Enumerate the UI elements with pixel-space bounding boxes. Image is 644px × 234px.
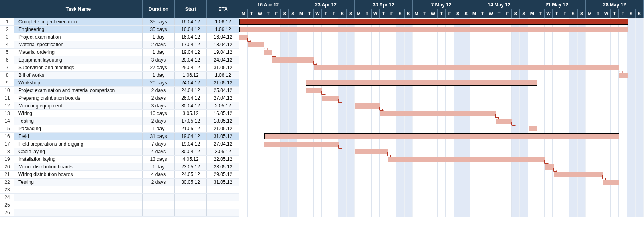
table-row[interactable]: 6Equipment layouting3 days20.04.1224.04.… [0,56,239,64]
cell-start[interactable]: 1.06.12 [175,72,207,79]
cell-start[interactable]: 24.04.12 [175,87,207,94]
cell-duration[interactable] [143,201,175,209]
cell-duration[interactable]: 20 days [143,79,175,86]
cell-duration[interactable]: 1 day [143,72,175,79]
task-bar[interactable] [603,180,619,185]
header-task-name[interactable]: Task Name [14,0,143,18]
cell-task-name[interactable]: Workshop [14,79,143,86]
task-bar[interactable] [496,119,512,124]
cell-eta[interactable]: 1.06.12 [207,26,239,33]
cell-eta[interactable]: 29.05.12 [207,171,239,178]
task-bar[interactable] [264,142,339,147]
cell-start[interactable]: 24.04.12 [175,79,207,86]
task-bar[interactable] [322,96,339,101]
task-bar[interactable] [355,103,380,109]
cell-eta[interactable]: 1.06.12 [207,72,239,79]
group-bar[interactable] [239,27,628,32]
table-row[interactable]: 22Testing2 days30.05.1231.05.12 [0,179,239,186]
cell-duration[interactable]: 4 days [143,171,175,178]
table-row[interactable]: 11Preparing distribution boards2 days26.… [0,94,239,102]
cell-task-name[interactable] [14,186,143,193]
table-row[interactable]: 23 [0,186,239,194]
table-row[interactable]: 14Testing2 days17.05.1218.05.12 [0,117,239,125]
cell-task-name[interactable] [14,201,143,209]
cell-task-name[interactable]: Engineering [14,26,143,33]
cell-start[interactable]: 17.04.12 [175,41,207,48]
table-row[interactable]: 25 [0,201,239,209]
cell-start[interactable]: 17.05.12 [175,117,207,125]
cell-start[interactable] [175,201,207,209]
table-row[interactable]: 1Complete project execution35 days16.04.… [0,18,239,26]
table-row[interactable]: 7Supervision and meetings27 days25.04.12… [0,64,239,72]
cell-eta[interactable]: 31.05.12 [207,179,239,186]
cell-eta[interactable] [207,209,239,216]
cell-duration[interactable]: 2 days [143,179,175,186]
cell-start[interactable]: 16.04.12 [175,18,207,25]
cell-duration[interactable]: 7 days [143,140,175,148]
table-row[interactable]: 20Mount distribution boards1 day23.05.12… [0,163,239,171]
task-bar[interactable] [264,50,273,55]
cell-eta[interactable]: 27.04.12 [207,140,239,148]
task-bar[interactable] [355,149,388,154]
cell-duration[interactable]: 1 day [143,33,175,41]
summary-bar[interactable] [239,19,628,25]
cell-duration[interactable]: 13 days [143,156,175,163]
cell-duration[interactable]: 2 days [143,94,175,102]
task-bar[interactable] [248,42,264,47]
cell-start[interactable]: 26.04.12 [175,94,207,102]
cell-eta[interactable] [207,201,239,209]
cell-duration[interactable]: 35 days [143,26,175,33]
cell-eta[interactable]: 27.04.12 [207,94,239,102]
cell-eta[interactable]: 19.04.12 [207,49,239,56]
table-row[interactable]: 13Wiring10 days3.05.1216.05.12 [0,110,239,117]
cell-task-name[interactable]: Project examination [14,33,143,41]
cell-duration[interactable]: 35 days [143,18,175,25]
cell-start[interactable]: 23.05.12 [175,163,207,170]
cell-duration[interactable]: 3 days [143,56,175,64]
cell-task-name[interactable]: Material specification [14,41,143,48]
task-bar[interactable] [388,157,545,162]
table-row[interactable]: 16Field31 days19.04.1231.05.12 [0,133,239,140]
cell-duration[interactable] [143,194,175,201]
group-bar[interactable] [306,80,537,86]
cell-eta[interactable]: 3.05.12 [207,148,239,155]
cell-start[interactable]: 30.05.12 [175,179,207,186]
cell-start[interactable]: 3.05.12 [175,110,207,117]
cell-task-name[interactable]: Project examination and material compari… [14,87,143,94]
cell-task-name[interactable]: Wiring [14,110,143,117]
table-row[interactable]: 12Mounting equipment3 days30.04.122.05.1… [0,102,239,110]
cell-eta[interactable]: 31.05.12 [207,133,239,140]
cell-start[interactable]: 30.04.12 [175,102,207,109]
cell-start[interactable]: 25.04.12 [175,64,207,71]
header-duration[interactable]: Duration [143,0,175,18]
cell-duration[interactable]: 1 day [143,49,175,56]
cell-task-name[interactable]: Supervision and meetings [14,64,143,71]
cell-start[interactable]: 19.04.12 [175,49,207,56]
cell-task-name[interactable]: Mount distribution boards [14,163,143,170]
cell-duration[interactable] [143,186,175,193]
cell-task-name[interactable]: Bill of works [14,72,143,79]
cell-task-name[interactable]: Packaging [14,125,143,132]
cell-task-name[interactable]: Cable laying [14,148,143,155]
cell-eta[interactable]: 25.04.12 [207,87,239,94]
cell-task-name[interactable]: Material ordering [14,49,143,56]
cell-start[interactable]: 16.04.12 [175,26,207,33]
cell-eta[interactable]: 21.05.12 [207,79,239,86]
cell-eta[interactable]: 16.04.12 [207,33,239,41]
cell-eta[interactable]: 21.05.12 [207,125,239,132]
task-bar[interactable] [306,88,322,93]
cell-task-name[interactable]: Mounting equipment [14,102,143,109]
cell-start[interactable]: 30.04.12 [175,148,207,155]
cell-task-name[interactable]: Field preparations and digging [14,140,143,148]
cell-eta[interactable] [207,194,239,201]
table-row[interactable]: 2Engineering35 days16.04.121.06.12 [0,26,239,33]
task-bar[interactable] [529,126,537,131]
table-row[interactable]: 18Cable laying4 days30.04.123.05.12 [0,148,239,156]
cell-duration[interactable]: 1 day [143,125,175,132]
cell-task-name[interactable]: Preparing distribution boards [14,94,143,102]
cell-duration[interactable]: 2 days [143,117,175,125]
header-start[interactable]: Start [175,0,207,18]
cell-start[interactable]: 4.05.12 [175,156,207,163]
cell-eta[interactable]: 16.05.12 [207,110,239,117]
task-bar[interactable] [272,57,314,63]
